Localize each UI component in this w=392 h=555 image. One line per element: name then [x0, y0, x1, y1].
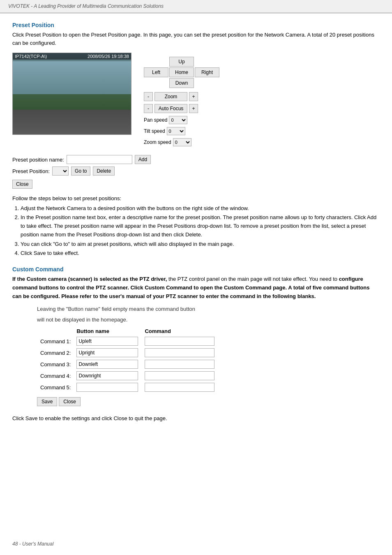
col-button-name-header: Button name — [73, 327, 141, 335]
camera-sky — [13, 61, 131, 94]
step-2-text: In the Preset position name text box, en… — [21, 214, 376, 238]
preset-name-input[interactable] — [67, 155, 132, 164]
ptz-panel: IP7142(TCP-A\) 2008/05/26 19:18:38 Up Le… — [12, 53, 380, 148]
cmd4-command-cell — [141, 370, 218, 382]
header-title: VIVOTEK - A Leading Provider of Multimed… — [8, 3, 164, 9]
cmd3-name-input[interactable] — [76, 360, 138, 369]
table-header-row: Button name Command — [37, 327, 218, 335]
cmd2-command-input[interactable] — [145, 348, 214, 357]
autofocus-label: Auto Focus — [154, 104, 187, 113]
footer-click-save: Click Save to enable the settings and cl… — [12, 414, 380, 423]
preset-section-desc: Click Preset Position to open the Preset… — [12, 31, 380, 47]
command-table-body: Command 1: Command 2: Command 3: — [37, 335, 218, 393]
cmd4-name-input[interactable] — [76, 371, 138, 380]
cmd1-command-cell — [141, 335, 218, 347]
col-command-header: Command — [141, 327, 218, 335]
table-row: Command 1: — [37, 335, 218, 347]
preset-position-section: Preset Position Click Preset Position to… — [12, 22, 380, 189]
table-row: Command 2: — [37, 347, 218, 358]
pan-speed-label: Pan speed — [144, 117, 167, 123]
tilt-speed-select[interactable]: 012345 — [167, 127, 185, 135]
save-close-row: Save Close — [37, 397, 380, 406]
right-button[interactable]: Right — [195, 67, 219, 77]
zoom-label: Zoom — [154, 92, 187, 101]
steps-section: Follow the steps below to set preset pos… — [12, 194, 380, 258]
cmd4-name-cell — [73, 370, 141, 382]
tilt-speed-row: Tilt speed 012345 — [144, 127, 219, 135]
table-row: Command 4: — [37, 370, 218, 382]
command-table: Button name Command Command 1: Command 2… — [37, 327, 218, 393]
left-button[interactable]: Left — [144, 67, 168, 77]
autofocus-row: - Auto Focus + — [144, 104, 219, 113]
camera-label: IP7142(TCP-A\) 2008/05/26 19:18:38 — [13, 53, 131, 60]
preset-position-row: Preset Position: Go to Delete — [12, 166, 380, 176]
zoom-plus-button[interactable]: + — [189, 92, 198, 101]
custom-section-title: Custom Command — [12, 266, 380, 273]
cmd3-command-cell — [141, 358, 218, 370]
custom-command-section: Custom Command If the Custom camera (sca… — [12, 266, 380, 406]
camera-road — [13, 110, 131, 134]
camera-image — [13, 53, 131, 134]
preset-name-label: Preset position name: — [12, 157, 64, 163]
cmd3-command-input[interactable] — [145, 360, 214, 369]
table-row: Command 3: — [37, 358, 218, 370]
focus-plus-button[interactable]: + — [189, 104, 198, 113]
cmd3-name-cell — [73, 358, 141, 370]
home-button[interactable]: Home — [169, 67, 194, 77]
close-button[interactable]: Close — [12, 180, 32, 189]
step-2: In the Preset position name text box, en… — [21, 213, 380, 239]
zoom-row: - Zoom + — [144, 92, 219, 101]
pan-speed-select[interactable]: 012345 — [169, 116, 187, 124]
goto-button[interactable]: Go to — [71, 166, 90, 176]
page-note: 48 - User's Manual — [12, 541, 53, 547]
col-empty — [37, 327, 73, 335]
preset-form: Preset position name: Add Preset Positio… — [12, 155, 380, 176]
pan-speed-row: Pan speed 012345 — [144, 116, 219, 124]
page-header: VIVOTEK - A Leading Provider of Multimed… — [0, 0, 392, 13]
command-table-wrapper: Leaving the "Button name" field empty me… — [37, 305, 380, 407]
zoom-speed-row: Zoom speed 012345 — [144, 138, 219, 146]
cmd5-command-input[interactable] — [145, 383, 214, 392]
cmd5-name-input[interactable] — [76, 383, 138, 392]
custom-desc-bold1: If the Custom camera (scanner) is select… — [12, 276, 167, 282]
preset-section-title: Preset Position — [12, 22, 380, 28]
info-text-line2: will not be displayed in the homepage. — [37, 316, 380, 324]
step-1: Adjust the Network Camera to a desired p… — [21, 204, 380, 213]
table-row: Command 5: — [37, 382, 218, 393]
save-button[interactable]: Save — [37, 397, 57, 406]
up-button[interactable]: Up — [169, 57, 194, 67]
cmd4-label: Command 4: — [37, 370, 73, 382]
tilt-speed-label: Tilt speed — [144, 128, 165, 134]
step-4: Click Save to take effect. — [21, 249, 380, 258]
delete-button[interactable]: Delete — [93, 166, 115, 176]
steps-intro: Follow the steps below to set preset pos… — [12, 194, 380, 203]
steps-list: Adjust the Network Camera to a desired p… — [21, 204, 380, 258]
cmd3-label: Command 3: — [37, 358, 73, 370]
cmd5-label: Command 5: — [37, 382, 73, 393]
camera-frame: IP7142(TCP-A\) 2008/05/26 19:18:38 — [12, 53, 131, 135]
close-row: Close — [12, 180, 380, 189]
preset-position-select[interactable] — [52, 166, 69, 176]
camera-label-left: IP7142(TCP-A\) — [15, 54, 47, 59]
cmd1-command-input[interactable] — [145, 337, 214, 346]
down-button[interactable]: Down — [169, 78, 194, 88]
zoom-minus-button[interactable]: - — [144, 92, 153, 101]
zoom-speed-label: Zoom speed — [144, 139, 171, 145]
focus-minus-button[interactable]: - — [144, 104, 153, 113]
main-content: Preset Position Click Preset Position to… — [0, 14, 392, 431]
ptz-controls: Up Left Home Right Down - Zoom + - Auto … — [144, 53, 219, 148]
info-text-line1: Leaving the "Button name" field empty me… — [37, 305, 380, 314]
cmd2-name-cell — [73, 347, 141, 358]
close-button2[interactable]: Close — [59, 397, 81, 406]
direction-grid: Up Left Home Right Down — [144, 57, 219, 88]
cmd2-label: Command 2: — [37, 347, 73, 358]
preset-name-row: Preset position name: Add — [12, 155, 380, 164]
footer-section: Click Save to enable the settings and cl… — [12, 414, 380, 423]
cmd2-name-input[interactable] — [76, 348, 138, 357]
cmd4-command-input[interactable] — [145, 371, 214, 380]
cmd1-name-input[interactable] — [76, 337, 138, 346]
add-button[interactable]: Add — [135, 155, 151, 164]
custom-desc: If the Custom camera (scanner) is select… — [12, 275, 380, 301]
cmd1-name-cell — [73, 335, 141, 347]
zoom-speed-select[interactable]: 012345 — [173, 138, 191, 146]
